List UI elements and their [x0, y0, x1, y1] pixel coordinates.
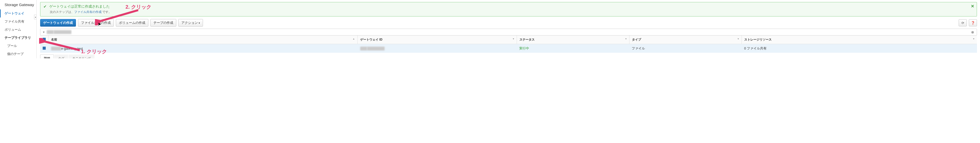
sort-icon: ▾ — [625, 38, 627, 40]
alert-subtitle-suffix: です。 — [102, 10, 111, 14]
service-title: Storage Gateway — [0, 0, 36, 9]
cell-type: ファイル — [629, 44, 742, 53]
sidebar-item-fileshares[interactable]: ファイル共有 — [0, 17, 36, 26]
sidebar-item-tapes[interactable]: 個のテープ — [0, 50, 36, 58]
checkbox-icon[interactable] — [43, 38, 46, 41]
sort-icon: ▾ — [738, 38, 739, 40]
check-icon: ✔ — [43, 4, 47, 9]
filter-value: sgw-XXXXXXXX — [47, 30, 72, 34]
clear-filter-icon[interactable]: ⊗ — [971, 30, 974, 34]
sort-icon: ▾ — [513, 38, 514, 40]
sidebar-collapse-handle[interactable]: ◂ — [34, 15, 37, 19]
col-checkbox[interactable] — [40, 36, 49, 44]
alert-close-icon[interactable]: ✕ — [971, 4, 974, 9]
help-button[interactable]: ❓ — [969, 19, 977, 27]
refresh-button[interactable]: ⟳ — [959, 19, 967, 27]
col-type[interactable]: タイプ▾ — [629, 36, 742, 44]
main-content: ✔ ゲートウェイは正常に作成されました 次のステップは、ファイル共有の作成 です… — [37, 0, 980, 58]
sidebar-heading-tapelibrary[interactable]: テープライブラリ — [0, 34, 36, 42]
success-alert: ✔ ゲートウェイは正常に作成されました 次のステップは、ファイル共有の作成 です… — [40, 2, 977, 16]
actions-label: アクション — [181, 21, 198, 25]
tab-monitoring[interactable]: モニタリング — [68, 55, 94, 58]
tab-details[interactable]: 詳細 — [40, 55, 54, 58]
sidebar-item-gateways[interactable]: ゲートウェイ — [0, 9, 36, 17]
col-status[interactable]: ステータス▾ — [517, 36, 629, 44]
cell-name: storage-gateway-test — [49, 44, 358, 53]
table-row[interactable]: storage-gateway-test sgw-XXXXXXXX 実行中 ファ… — [40, 44, 977, 53]
alert-subtitle-prefix: 次のステップは、 — [50, 10, 74, 14]
create-gateway-button[interactable]: ゲートウェイの作成 — [40, 19, 76, 27]
alert-subtitle: 次のステップは、ファイル共有の作成 です。 — [43, 10, 974, 14]
sort-icon: ▲ — [353, 38, 355, 40]
cell-gateway-id: sgw-XXXXXXXX — [358, 44, 517, 53]
filter-icon: ▾ — [43, 30, 45, 34]
detail-tabs: 詳細 タグ モニタリング — [40, 54, 977, 58]
sidebar: Storage Gateway ゲートウェイ ファイル共有 ボリューム テープラ… — [0, 0, 37, 58]
col-gateway-id[interactable]: ゲートウェイ ID▾ — [358, 36, 517, 44]
col-storage[interactable]: ストレージリソース▾ — [742, 36, 977, 44]
tab-tags[interactable]: タグ — [54, 55, 68, 58]
filter-bar[interactable]: ▾ sgw-XXXXXXXX ⊗ — [40, 29, 977, 36]
create-volume-button[interactable]: ボリュームの作成 — [116, 19, 148, 27]
actions-dropdown[interactable]: アクション — [178, 19, 203, 27]
alert-title: ゲートウェイは正常に作成されました — [49, 4, 110, 9]
create-tape-button[interactable]: テープの作成 — [150, 19, 176, 27]
toolbar: ゲートウェイの作成 ファイル共有の作成 ボリュームの作成 テープの作成 アクショ… — [40, 19, 977, 27]
cell-storage: 0 ファイル共有 — [742, 44, 977, 53]
row-checkbox[interactable] — [43, 47, 46, 50]
create-fileshare-button[interactable]: ファイル共有の作成 — [78, 19, 114, 27]
alert-link-create-fileshare[interactable]: ファイル共有の作成 — [74, 10, 102, 14]
cell-status: 実行中 — [517, 44, 629, 53]
sidebar-item-volumes[interactable]: ボリューム — [0, 26, 36, 34]
sort-icon: ▾ — [973, 38, 974, 40]
gateways-table: 名前▲ ゲートウェイ ID▾ ステータス▾ タイプ▾ ストレージリソース▾ st… — [40, 36, 977, 53]
chevron-down-icon — [198, 21, 200, 25]
sidebar-item-pools[interactable]: プール — [0, 42, 36, 50]
col-name[interactable]: 名前▲ — [49, 36, 358, 44]
